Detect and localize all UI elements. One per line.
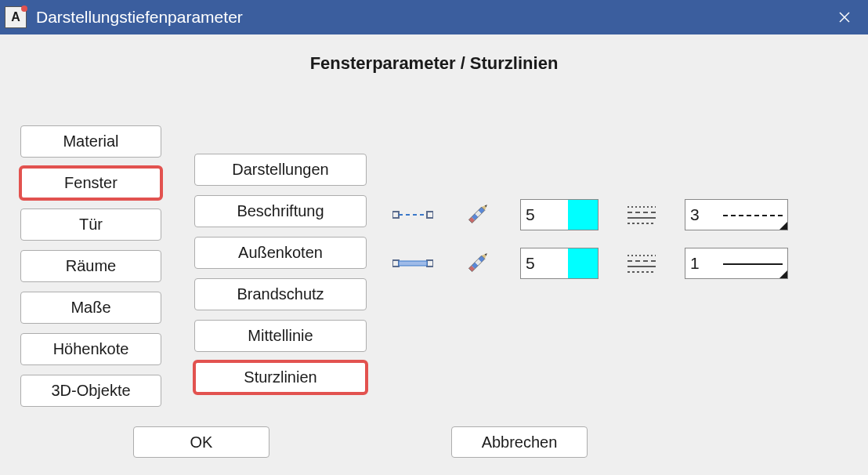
svg-rect-17 — [427, 260, 433, 267]
pencil-icon[interactable] — [456, 246, 498, 281]
tab-label: Höhenkote — [53, 340, 129, 358]
color-value-box[interactable] — [520, 248, 599, 279]
subtab-aussenkoten[interactable]: Außenkoten — [194, 237, 367, 269]
cancel-button[interactable]: Abbrechen — [451, 426, 588, 458]
subtab-label: Sturzlinien — [244, 368, 316, 386]
cancel-button-label: Abbrechen — [482, 433, 558, 451]
app-icon: A — [5, 6, 27, 28]
page-title: Fensterparameter / Sturzlinien — [0, 34, 868, 74]
subtab-label: Mittellinie — [248, 327, 313, 345]
subtab-label: Außenkoten — [238, 244, 323, 262]
close-icon — [839, 12, 850, 23]
subcategory-tabs: Darstellungen Beschriftung Außenkoten Br… — [194, 154, 367, 403]
tab-label: Maße — [71, 299, 110, 317]
subtab-mittellinie[interactable]: Mittellinie — [194, 320, 367, 352]
dropdown-tri-icon — [779, 222, 787, 230]
subtab-sturzlinien[interactable]: Sturzlinien — [194, 361, 367, 393]
linetype-value-box[interactable] — [685, 248, 788, 279]
ok-button-label: OK — [190, 433, 213, 451]
tab-label: Material — [63, 132, 118, 150]
subtab-label: Beschriftung — [237, 202, 324, 220]
pencil-icon[interactable] — [456, 198, 498, 232]
svg-rect-2 — [392, 212, 399, 218]
subtab-label: Darstellungen — [232, 161, 328, 179]
color-swatch[interactable] — [568, 248, 598, 278]
tab-raeume[interactable]: Räume — [20, 250, 161, 282]
tab-fenster[interactable]: Fenster — [20, 167, 161, 199]
tab-label: Tür — [79, 216, 103, 234]
tab-label: Räume — [66, 257, 116, 275]
tab-3d-objekte[interactable]: 3D-Objekte — [20, 375, 161, 407]
dialog-buttons: OK Abbrechen — [133, 426, 588, 458]
linetype-icon[interactable] — [620, 198, 663, 232]
color-value-box[interactable] — [520, 199, 599, 230]
linetype-preview — [720, 248, 787, 278]
svg-rect-3 — [427, 212, 433, 218]
close-button[interactable] — [821, 0, 868, 34]
subtab-beschriftung[interactable]: Beschriftung — [194, 195, 367, 227]
parameter-row — [392, 198, 788, 232]
lintel-solid-icon — [392, 246, 434, 281]
tab-material[interactable]: Material — [20, 125, 161, 158]
subtab-label: Brandschutz — [237, 285, 324, 303]
dialog-content: Fensterparameter / Sturzlinien Material … — [0, 34, 868, 475]
color-value-input[interactable] — [521, 200, 568, 230]
linetype-icon[interactable] — [620, 246, 663, 281]
lintel-dashed-icon — [392, 198, 434, 232]
tab-masse[interactable]: Maße — [20, 292, 161, 324]
category-tabs: Material Fenster Tür Räume Maße Höhenkot… — [20, 125, 161, 416]
linetype-value-box[interactable] — [685, 199, 788, 230]
app-icon-letter: A — [11, 10, 20, 24]
linetype-preview — [720, 200, 787, 230]
color-swatch[interactable] — [568, 200, 598, 230]
ok-button[interactable]: OK — [133, 426, 269, 458]
svg-rect-18 — [399, 261, 427, 266]
window-title: Darstellungstiefenparameter — [36, 8, 243, 27]
linetype-value-input[interactable] — [685, 200, 720, 230]
linetype-value-input[interactable] — [685, 248, 720, 278]
parameter-row — [392, 246, 788, 281]
tab-label: 3D-Objekte — [51, 382, 130, 400]
tab-tuer[interactable]: Tür — [20, 208, 161, 241]
tab-hoehenkote[interactable]: Höhenkote — [20, 333, 161, 365]
subtab-darstellungen[interactable]: Darstellungen — [194, 154, 367, 186]
subtab-brandschutz[interactable]: Brandschutz — [194, 278, 367, 310]
titlebar: A Darstellungstiefenparameter — [0, 0, 868, 34]
dropdown-tri-icon — [779, 270, 787, 278]
color-value-input[interactable] — [521, 248, 568, 278]
tab-label: Fenster — [64, 174, 118, 192]
svg-rect-16 — [392, 260, 399, 267]
